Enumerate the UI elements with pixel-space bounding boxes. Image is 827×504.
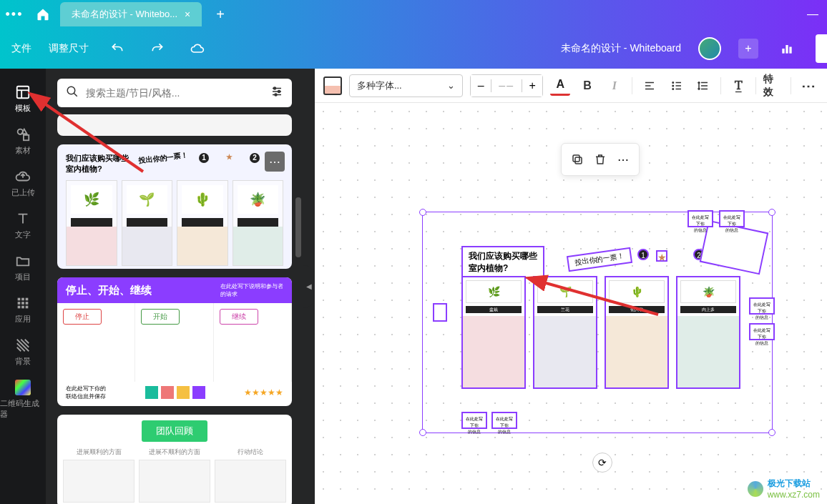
rail-text[interactable]: 文字 — [0, 204, 46, 246]
tpl3-foot: 在此处写下你的 联络信息并保存 — [66, 385, 106, 400]
font-select[interactable]: 多种字体... ⌄ — [349, 74, 463, 97]
delete-icon[interactable] — [590, 149, 610, 169]
canvas-card[interactable]: 🌿盆栽 — [461, 276, 526, 389]
document-tab[interactable]: 未命名的设计 - Whitebo... × — [60, 2, 202, 26]
publish-button[interactable] — [816, 34, 827, 63]
menu-dots-icon[interactable]: ••• — [0, 0, 29, 29]
template-list[interactable]: 我们应该购买哪些 室内植物? 投出你的一票！ 1 ★ 2 ★ 🌿 🌱 🌵 🪴 ⋯ — [46, 114, 303, 504]
svg-rect-15 — [21, 306, 24, 309]
file-menu[interactable]: 文件 — [11, 42, 31, 55]
rail-elements[interactable]: 素材 — [0, 119, 46, 162]
color-swatch[interactable] — [323, 76, 342, 95]
canvas-card[interactable]: 🌱兰花 — [533, 276, 597, 389]
font-size-value[interactable]: –– — [491, 79, 522, 92]
template-item[interactable]: 团队回顾 进展顺利的方面 进展不顺利的方面 行动结论 — [57, 415, 292, 504]
svg-point-29 — [672, 85, 674, 87]
duplicate-icon[interactable] — [567, 149, 587, 169]
canvas-element[interactable] — [433, 303, 447, 322]
canvas-card[interactable]: 🪴肉上多 — [676, 276, 740, 389]
filter-icon[interactable] — [270, 85, 283, 101]
sticky-note[interactable]: 在此处写下你 的信息 — [461, 412, 487, 429]
increase-button[interactable]: + — [522, 75, 542, 97]
template-more-icon[interactable]: ⋯ — [265, 152, 285, 172]
logo-icon — [748, 481, 763, 497]
list-icon[interactable] — [667, 76, 687, 96]
floating-toolbar: ⋯ — [561, 143, 640, 176]
rail-projects[interactable]: 项目 — [0, 246, 46, 288]
scrollbar-thumb[interactable] — [295, 197, 301, 257]
bold-icon[interactable]: B — [577, 76, 597, 96]
svg-rect-1 — [786, 45, 788, 54]
rail-label: 文字 — [15, 229, 31, 240]
canvas-title[interactable]: 我们应该购买哪些 室内植物? — [461, 246, 544, 279]
sticky-note[interactable]: 在此处写下你 的信息 — [687, 210, 713, 227]
whiteboard-content[interactable]: 我们应该购买哪些 室内植物? 投出你的一票！ 1 ★ 2 ★ 🌿盆栽 🌱兰花 🌵… — [454, 239, 776, 403]
sticky-note[interactable]: 在此处写下你 的信息 — [719, 210, 745, 227]
chart-icon[interactable] — [775, 37, 798, 60]
stars-icon: ★★★★★ — [244, 387, 283, 397]
collapse-handle[interactable]: ◀ — [303, 265, 315, 308]
context-toolbar: 多种字体... ⌄ – –– + A B I T̲ 特效 ⋯ — [315, 69, 827, 103]
svg-point-17 — [67, 87, 75, 94]
new-tab-button[interactable]: + — [216, 6, 225, 23]
resize-handle[interactable] — [768, 429, 775, 436]
main-toolbar: 文件 调整尺寸 未命名的设计 - Whiteboard + — [0, 29, 827, 69]
whiteboard-canvas[interactable]: ⋯ 我们应该购买哪些 室内植物? 投出你的一票！ 1 ★ 2 ★ 🌿盆栽 — [315, 103, 827, 504]
font-size-stepper: – –– + — [470, 74, 543, 97]
rail-background[interactable]: 背景 — [0, 330, 46, 372]
document-title[interactable]: 未命名的设计 - Whiteboard — [561, 42, 681, 55]
chip: 停止 — [63, 309, 102, 325]
effects-button[interactable]: 特效 — [763, 76, 783, 96]
text-color-icon[interactable]: A — [550, 76, 570, 96]
resize-handle[interactable] — [768, 209, 775, 216]
chip: 开始 — [141, 309, 180, 325]
sticky-note[interactable]: 在此处写下你 的信息 — [749, 323, 775, 340]
rail-apps[interactable]: 应用 — [0, 288, 46, 330]
chip: 继续 — [220, 309, 258, 325]
more-icon[interactable]: ⋯ — [798, 76, 818, 96]
canvas-vote[interactable]: 投出你的一票！ — [567, 247, 632, 272]
resize-handle[interactable] — [419, 209, 426, 216]
template-item[interactable]: 我们应该购买哪些 室内植物? 投出你的一票！ 1 ★ 2 ★ 🌿 🌱 🌵 🪴 ⋯ — [57, 144, 292, 269]
sticky-note[interactable]: 在此处写下你 的信息 — [491, 412, 517, 429]
spacing-icon[interactable] — [694, 76, 714, 96]
rail-uploads[interactable]: 已上传 — [0, 162, 46, 204]
italic-icon[interactable]: I — [605, 76, 625, 96]
sync-icon[interactable]: ⟳ — [592, 453, 612, 473]
svg-rect-8 — [18, 298, 21, 301]
align-icon[interactable] — [640, 76, 660, 96]
add-user-button[interactable]: + — [738, 39, 758, 59]
svg-rect-13 — [26, 302, 29, 305]
search-input[interactable] — [86, 87, 263, 99]
num-badge: 2 — [250, 153, 260, 163]
home-icon[interactable] — [29, 0, 57, 29]
svg-point-30 — [672, 88, 674, 89]
num-badge[interactable]: 1 — [637, 249, 649, 260]
star-icon[interactable]: ★ — [656, 250, 667, 262]
redo-icon[interactable] — [146, 37, 169, 60]
templates-panel: 我们应该购买哪些 室内植物? 投出你的一票！ 1 ★ 2 ★ 🌿 🌱 🌵 🪴 ⋯ — [46, 69, 303, 504]
svg-line-18 — [74, 93, 77, 97]
sticky-note[interactable]: 在此处写下你 的信息 — [749, 297, 775, 315]
decrease-button[interactable]: – — [471, 75, 491, 97]
close-tab-icon[interactable]: × — [185, 9, 190, 20]
canvas-card[interactable]: 🌵仙人掌 — [605, 276, 669, 389]
resize-handle[interactable] — [419, 429, 426, 436]
undo-icon[interactable] — [106, 37, 129, 60]
qrcode-icon — [15, 380, 31, 395]
tpl3-title: 停止、开始、继续 — [66, 284, 152, 297]
rail-templates[interactable]: 模板 — [0, 77, 46, 119]
template-item[interactable] — [57, 114, 292, 136]
rail-qrcode[interactable]: 二维码生成器 — [0, 372, 46, 425]
cloud-sync-icon[interactable] — [186, 37, 209, 60]
more-icon[interactable]: ⋯ — [613, 149, 633, 169]
avatar[interactable] — [698, 37, 721, 60]
minimize-button[interactable]: — — [798, 8, 827, 21]
text-style-icon[interactable]: T̲ — [728, 76, 748, 96]
side-rail: 模板 素材 已上传 文字 项目 应用 背景 二维码生成器 — [0, 69, 46, 504]
search-bar — [57, 79, 292, 107]
rail-label: 应用 — [15, 314, 31, 325]
resize-menu[interactable]: 调整尺寸 — [49, 42, 89, 55]
template-item[interactable]: 停止、开始、继续 在此处写下说明和参与者 的请求 停止 开始 继续 在此处写下你… — [57, 277, 292, 406]
svg-rect-2 — [789, 47, 791, 54]
